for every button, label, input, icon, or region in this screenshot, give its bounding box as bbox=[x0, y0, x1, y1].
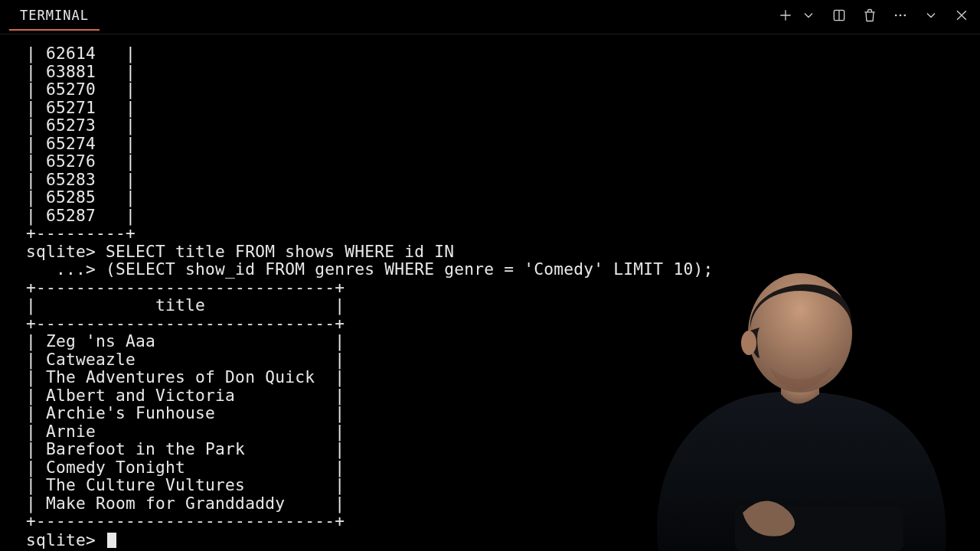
terminal-cursor bbox=[107, 533, 116, 548]
terminal-line: | Barefoot in the Park | bbox=[26, 440, 980, 458]
terminal-line: | 65270 | bbox=[26, 80, 980, 99]
terminal-line: | title | bbox=[26, 296, 980, 315]
terminal-line: | Catweazle | bbox=[26, 350, 980, 369]
terminal-line: | The Culture Vultures | bbox=[26, 476, 980, 494]
collapse-panel-button[interactable] bbox=[922, 6, 940, 24]
terminal-line: | 65285 | bbox=[26, 188, 980, 207]
terminal-line: ...> (SELECT show_id FROM genres WHERE g… bbox=[26, 260, 980, 279]
ellipsis-icon bbox=[893, 8, 908, 23]
kill-terminal-button[interactable] bbox=[861, 6, 879, 24]
tab-underline bbox=[0, 34, 980, 34]
trash-icon bbox=[862, 8, 877, 23]
more-actions-button[interactable] bbox=[891, 6, 910, 24]
terminal-line: | 65283 | bbox=[26, 171, 980, 189]
terminal-line: +------------------------------+ bbox=[26, 315, 980, 333]
terminal-line: | 65271 | bbox=[26, 99, 980, 117]
terminal-line: | Zeg 'ns Aaa | bbox=[26, 332, 980, 350]
terminal-line: sqlite> SELECT title FROM shows WHERE id… bbox=[26, 243, 980, 261]
svg-point-3 bbox=[904, 15, 906, 17]
terminal-line: | 65273 | bbox=[26, 116, 980, 135]
terminal-line: | Albert and Victoria | bbox=[26, 386, 980, 405]
terminal-line: | 62614 | bbox=[26, 44, 980, 63]
split-terminal-button[interactable] bbox=[830, 6, 848, 24]
terminal-line: | Arnie | bbox=[26, 422, 980, 441]
close-icon bbox=[954, 8, 969, 23]
new-terminal-button[interactable] bbox=[776, 6, 795, 24]
svg-point-2 bbox=[900, 15, 902, 17]
terminal-line: | Archie's Funhouse | bbox=[26, 404, 980, 422]
chevron-down-icon bbox=[923, 8, 939, 23]
close-panel-button[interactable] bbox=[952, 6, 971, 24]
terminal-line: | 63881 | bbox=[26, 63, 980, 81]
chevron-down-icon bbox=[801, 8, 816, 23]
terminal-line: | 65287 | bbox=[26, 207, 980, 225]
terminal-line: | The Adventures of Don Quick | bbox=[26, 368, 980, 386]
terminal-output[interactable]: | 62614 || 63881 || 65270 || 65271 || 65… bbox=[26, 44, 980, 551]
new-terminal-dropdown[interactable] bbox=[799, 6, 818, 24]
terminal-line: +---------+ bbox=[26, 224, 980, 243]
split-icon bbox=[831, 8, 847, 23]
terminal-line: +------------------------------+ bbox=[26, 512, 980, 530]
titlebar-actions bbox=[776, 0, 971, 24]
svg-point-1 bbox=[895, 15, 897, 17]
terminal-line: | Comedy Tonight | bbox=[26, 458, 980, 477]
terminal-line: | Make Room for Granddaddy | bbox=[26, 494, 980, 513]
plus-icon bbox=[778, 8, 793, 23]
terminal-line: +------------------------------+ bbox=[26, 279, 980, 297]
terminal-line: | 65274 | bbox=[26, 135, 980, 153]
terminal-line: | 65276 | bbox=[26, 152, 980, 171]
tab-terminal[interactable]: TERMINAL bbox=[9, 0, 100, 31]
terminal-prompt-line[interactable]: sqlite> bbox=[26, 530, 980, 549]
panel-titlebar: TERMINAL bbox=[0, 0, 980, 37]
